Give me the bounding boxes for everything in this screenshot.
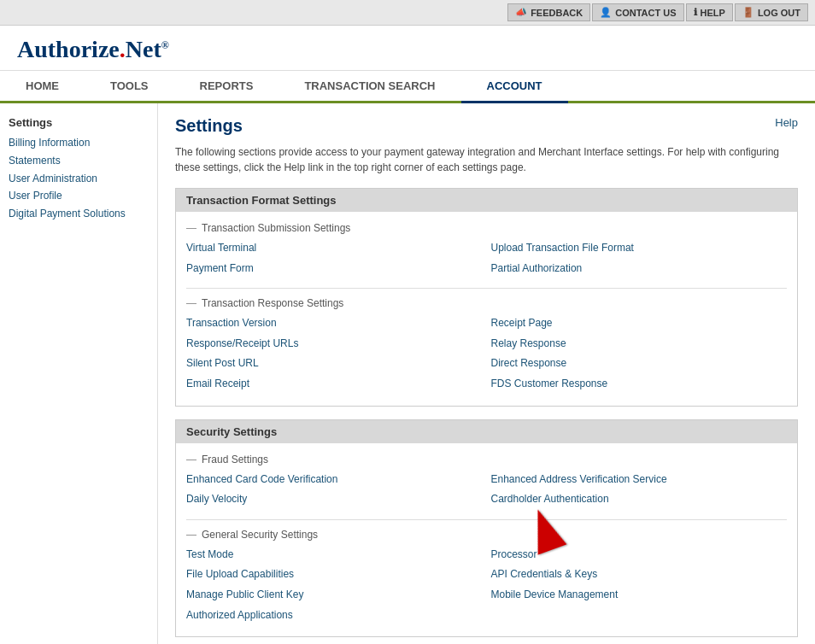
nav-tools[interactable]: TOOLS xyxy=(85,71,174,103)
logo-bar: Authorize.Net® xyxy=(0,26,815,71)
subsection-response-title: Transaction Response Settings xyxy=(186,294,787,311)
logo: Authorize.Net® xyxy=(17,36,798,63)
sidebar-title: Settings xyxy=(9,116,149,129)
link-upload-transaction[interactable]: Upload Transaction File Format xyxy=(491,239,788,258)
content-header: Settings Help xyxy=(175,116,798,136)
sidebar-item-billing[interactable]: Billing Information xyxy=(9,136,149,150)
nav-home[interactable]: HOME xyxy=(0,71,85,103)
logout-icon: 🚪 xyxy=(742,7,754,18)
link-silent-post[interactable]: Silent Post URL xyxy=(186,354,483,373)
link-placeholder xyxy=(491,606,788,625)
help-label: HELP xyxy=(701,8,725,18)
page-title: Settings xyxy=(175,116,243,136)
section-transaction-format-header: Transaction Format Settings xyxy=(176,189,797,212)
help-button[interactable]: ℹ HELP xyxy=(686,3,733,21)
content-area: Settings Help The following sections pro… xyxy=(158,103,815,644)
nav-reports[interactable]: REPORTS xyxy=(174,71,279,103)
section-security-body: Fraud Settings Enhanced Card Code Verifi… xyxy=(176,443,797,637)
link-authorized-apps[interactable]: Authorized Applications xyxy=(186,606,483,625)
link-partial-auth[interactable]: Partial Authorization xyxy=(491,260,788,278)
section-transaction-format: Transaction Format Settings Transaction … xyxy=(175,188,798,407)
link-daily-velocity[interactable]: Daily Velocity xyxy=(186,490,483,509)
sidebar-item-statements[interactable]: Statements xyxy=(9,154,149,168)
nav-transaction-search[interactable]: TRANSACTION SEARCH xyxy=(279,71,460,103)
link-file-upload[interactable]: File Upload Capabilities xyxy=(186,565,483,584)
help-icon: ℹ xyxy=(694,7,697,18)
nav-bar: HOME TOOLS REPORTS TRANSACTION SEARCH AC… xyxy=(0,71,815,103)
sidebar-item-digital-payment[interactable]: Digital Payment Solutions xyxy=(9,207,149,221)
section-divider-2 xyxy=(186,519,787,520)
submission-links: Virtual Terminal Upload Transaction File… xyxy=(186,236,787,283)
section-divider-1 xyxy=(186,288,787,289)
link-relay-response[interactable]: Relay Response xyxy=(491,335,788,354)
logout-button[interactable]: 🚪 LOG OUT xyxy=(735,3,808,21)
link-card-code[interactable]: Enhanced Card Code Verification xyxy=(186,471,483,489)
link-email-receipt[interactable]: Email Receipt xyxy=(186,375,483,394)
section-transaction-format-body: Transaction Submission Settings Virtual … xyxy=(176,212,797,406)
link-cardholder-auth[interactable]: Cardholder Authentication xyxy=(491,490,788,509)
link-mobile-device[interactable]: Mobile Device Management xyxy=(491,586,788,605)
sidebar-item-user-admin[interactable]: User Administration xyxy=(9,172,149,186)
contact-button[interactable]: 👤 CONTACT US xyxy=(592,3,683,21)
general-security-links: Test Mode Processor File Upload Capabili… xyxy=(186,542,787,629)
link-response-urls[interactable]: Response/Receipt URLs xyxy=(186,335,483,354)
link-public-client-key[interactable]: Manage Public Client Key xyxy=(186,586,483,605)
nav-account[interactable]: ACCOUNT xyxy=(461,71,568,103)
logout-label: LOG OUT xyxy=(758,8,800,18)
section-security: Security Settings Fraud Settings Enhance… xyxy=(175,419,798,638)
link-virtual-terminal[interactable]: Virtual Terminal xyxy=(186,239,483,258)
fraud-links: Enhanced Card Code Verification Enhanced… xyxy=(186,467,787,514)
subsection-fraud-title: Fraud Settings xyxy=(186,450,787,467)
link-receipt-page[interactable]: Receipt Page xyxy=(491,314,788,333)
link-test-mode[interactable]: Test Mode xyxy=(186,546,483,565)
response-links: Transaction Version Receipt Page Respons… xyxy=(186,311,787,398)
link-payment-form[interactable]: Payment Form xyxy=(186,260,483,278)
feedback-icon: 📣 xyxy=(515,7,527,18)
feedback-label: FEEDBACK xyxy=(531,8,583,18)
sidebar: Settings Billing Information Statements … xyxy=(0,103,158,644)
link-transaction-version[interactable]: Transaction Version xyxy=(186,314,483,333)
link-fds-customer[interactable]: FDS Customer Response xyxy=(491,375,788,394)
contact-label: CONTACT US xyxy=(615,8,676,18)
link-address-verification[interactable]: Enhanced Address Verification Service xyxy=(491,471,788,489)
subsection-general-security-title: General Security Settings xyxy=(186,525,787,542)
intro-text: The following sections provide access to… xyxy=(175,144,798,175)
feedback-button[interactable]: 📣 FEEDBACK xyxy=(507,3,590,21)
contact-icon: 👤 xyxy=(600,7,612,18)
link-processor[interactable]: Processor xyxy=(491,546,788,565)
help-link[interactable]: Help xyxy=(775,116,798,129)
link-direct-response[interactable]: Direct Response xyxy=(491,354,788,373)
main-layout: Settings Billing Information Statements … xyxy=(0,103,815,644)
subsection-submission-title: Transaction Submission Settings xyxy=(186,219,787,236)
section-security-header: Security Settings xyxy=(176,420,797,443)
link-api-credentials[interactable]: API Credentials & Keys xyxy=(491,565,788,584)
sidebar-item-user-profile[interactable]: User Profile xyxy=(9,189,149,203)
top-bar: 📣 FEEDBACK 👤 CONTACT US ℹ HELP 🚪 LOG OUT xyxy=(0,0,815,26)
